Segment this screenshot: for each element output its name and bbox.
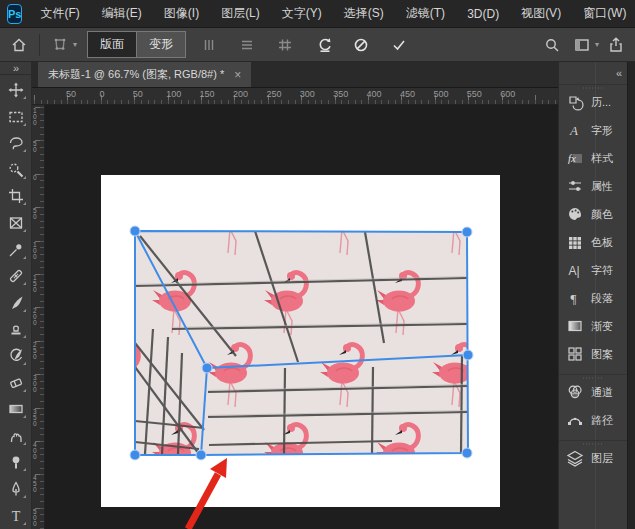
- warp-control-point[interactable]: [463, 350, 473, 360]
- history-brush-tool[interactable]: [3, 343, 29, 369]
- lasso-tool[interactable]: [3, 130, 29, 156]
- auto-horizontal-button[interactable]: [234, 32, 260, 58]
- menu-item[interactable]: 图像(I): [154, 1, 209, 26]
- svg-text:A: A: [569, 123, 578, 138]
- ruler-label: 200: [233, 89, 248, 99]
- home-icon: [10, 36, 28, 54]
- chevron-down-icon[interactable]: ▾: [73, 40, 77, 49]
- canvas-area[interactable]: 1 0 05 005 01 0 01 5 02 0 02 5 03 0 03 5…: [32, 105, 558, 529]
- document-title: 未标题-1 @ 66.7% (图案, RGB/8#) *: [48, 67, 224, 82]
- crop-tool[interactable]: [3, 183, 29, 209]
- panel-button-color[interactable]: 颜色: [559, 200, 627, 228]
- menu-item[interactable]: 文件(F): [30, 1, 89, 26]
- marquee-tool[interactable]: [3, 104, 29, 130]
- panel-button-patterns[interactable]: 图案: [559, 340, 627, 368]
- panel-button-character[interactable]: A|字符: [559, 256, 627, 284]
- panel-button-channels[interactable]: 通道: [559, 378, 627, 406]
- auto-vertical-button[interactable]: [196, 32, 222, 58]
- workspace-button[interactable]: [569, 32, 595, 58]
- commit-warp-button[interactable]: [386, 32, 412, 58]
- warp-control-point[interactable]: [196, 450, 206, 460]
- warp-control-point[interactable]: [130, 450, 140, 460]
- smudge-icon: [8, 428, 24, 444]
- undo-warp-button[interactable]: [312, 32, 338, 58]
- document-tab[interactable]: 未标题-1 @ 66.7% (图案, RGB/8#) * ×: [38, 62, 251, 87]
- collapse-panels-button[interactable]: «: [559, 62, 627, 84]
- menu-bar: Ps 文件(F)编辑(E)图像(I)图层(L)文字(Y)选择(S)滤镜(T)3D…: [0, 0, 635, 28]
- panel-label: 字形: [591, 123, 613, 138]
- panel-button-history[interactable]: 历...: [559, 88, 627, 116]
- menu-item[interactable]: 选择(S): [334, 1, 394, 26]
- ruler-label: 4 5 0: [33, 475, 37, 493]
- panel-label: 路径: [591, 413, 613, 428]
- healing-brush-tool[interactable]: [3, 263, 29, 289]
- gradient-tool[interactable]: [3, 396, 29, 422]
- menu-item[interactable]: 编辑(E): [92, 1, 152, 26]
- canvas-scene[interactable]: [32, 105, 558, 529]
- menu-item[interactable]: 滤镜(T): [396, 1, 455, 26]
- panel-label: 通道: [591, 385, 613, 400]
- gradients-icon: [566, 317, 584, 335]
- clone-stamp-tool[interactable]: [3, 316, 29, 342]
- warp-control-point[interactable]: [462, 448, 472, 458]
- panel-button-paths[interactable]: 路径: [559, 406, 627, 434]
- workspace-icon: [573, 36, 591, 54]
- panel-button-properties[interactable]: 属性: [559, 172, 627, 200]
- panel-button-paragraph[interactable]: ¶段落: [559, 284, 627, 312]
- pattern-image[interactable]: [135, 231, 469, 456]
- grid-icon: [276, 36, 294, 54]
- cancel-warp-button[interactable]: [348, 32, 374, 58]
- panel-label: 样式: [591, 151, 613, 166]
- ruler-label: 550: [467, 89, 482, 99]
- dodge-tool[interactable]: [3, 449, 29, 475]
- menu-item[interactable]: 3D(D): [457, 3, 509, 25]
- patterns-icon: [566, 345, 584, 363]
- menu-item[interactable]: 图层(L): [211, 1, 270, 26]
- panel-button-swatches[interactable]: 色板: [559, 228, 627, 256]
- eraser-tool[interactable]: [3, 370, 29, 396]
- eyedropper-tool[interactable]: [3, 237, 29, 263]
- ruler-label: 100: [166, 89, 181, 99]
- menu-item[interactable]: 视图(V): [511, 1, 571, 26]
- menu-item[interactable]: 文字(Y): [272, 1, 332, 26]
- glyphs-icon: A: [566, 121, 584, 139]
- home-button[interactable]: [6, 32, 32, 58]
- selection-brush-tool[interactable]: [3, 157, 29, 183]
- channels-icon: [566, 383, 584, 401]
- search-button[interactable]: [539, 32, 565, 58]
- chevron-down-icon[interactable]: ▾: [595, 40, 599, 49]
- move-tool[interactable]: [3, 77, 29, 103]
- warp-mode-segment: 版面 变形: [87, 31, 186, 58]
- panel-button-styles[interactable]: fx样式: [559, 144, 627, 172]
- pen-tool[interactable]: [3, 476, 29, 502]
- warp-control-point[interactable]: [462, 227, 472, 237]
- warp-control-point[interactable]: [202, 363, 212, 373]
- panel-button-glyphs[interactable]: A字形: [559, 116, 627, 144]
- frame-tool[interactable]: [3, 210, 29, 236]
- auto-both-button[interactable]: [272, 32, 298, 58]
- horizontal-lines-icon: [238, 36, 256, 54]
- menu-item[interactable]: 窗口(W): [573, 1, 635, 26]
- panel-button-gradients[interactable]: 渐变: [559, 312, 627, 340]
- ruler-label: 5 0: [33, 141, 37, 153]
- panel-label: 段落: [591, 291, 613, 306]
- crop-icon: [8, 188, 24, 204]
- type-tool[interactable]: T: [3, 503, 29, 529]
- perspective-warp-tool-button[interactable]: [47, 32, 73, 58]
- layout-mode-button[interactable]: 版面: [87, 31, 136, 58]
- smudge-tool[interactable]: [3, 423, 29, 449]
- panel-button-layers[interactable]: 图层: [559, 444, 627, 472]
- history-icon: [566, 93, 584, 111]
- type-icon: T: [8, 508, 24, 524]
- panel-group: 通道路径: [559, 374, 627, 440]
- warp-mode-button[interactable]: 变形: [136, 31, 186, 58]
- share-button[interactable]: [603, 32, 629, 58]
- color-icon: [566, 205, 584, 223]
- vertical-ruler: 1 0 05 005 01 0 01 5 02 0 02 5 03 0 03 5…: [32, 105, 45, 529]
- close-tab-icon[interactable]: ×: [234, 69, 241, 81]
- warp-control-point[interactable]: [130, 226, 140, 236]
- swatches-icon: [566, 233, 584, 251]
- expand-toolbar-button[interactable]: »: [0, 62, 31, 74]
- eyedropper-icon: [8, 242, 24, 258]
- brush-tool[interactable]: [3, 290, 29, 316]
